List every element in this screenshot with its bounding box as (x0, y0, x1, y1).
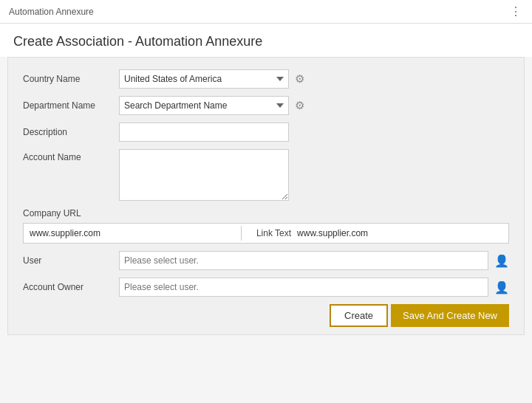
description-row: Description (23, 123, 509, 142)
user-select-icon[interactable]: 👤 (494, 254, 509, 268)
save-and-create-new-button[interactable]: Save And Create New (391, 304, 509, 327)
url-divider (241, 226, 242, 241)
country-name-row: Country Name United States of America ⚙ (23, 69, 509, 89)
country-name-wrap: United States of America ⚙ (119, 69, 509, 89)
account-name-textarea[interactable] (119, 149, 289, 201)
footer-actions: Create Save And Create New (23, 304, 509, 327)
department-name-select[interactable]: Search Department Name (119, 96, 289, 115)
page-header: Create Association - Automation Annexure (0, 24, 532, 57)
create-button[interactable]: Create (330, 304, 388, 327)
link-text-label: Link Text (256, 228, 291, 238)
department-name-row: Department Name Search Department Name ⚙ (23, 96, 509, 115)
form-container: Country Name United States of America ⚙ … (7, 57, 525, 335)
url-row: Link Text (23, 223, 509, 244)
user-input[interactable] (119, 251, 488, 270)
department-name-wrap: Search Department Name ⚙ (119, 96, 509, 115)
link-text-input[interactable] (297, 228, 502, 238)
account-owner-input[interactable] (119, 278, 488, 297)
user-label: User (23, 255, 119, 266)
top-bar-title: Automation Annexure (9, 7, 94, 17)
description-label: Description (23, 127, 119, 137)
company-url-section: Company URL (23, 208, 509, 218)
account-owner-wrap: 👤 (119, 278, 509, 297)
account-name-wrap (119, 149, 509, 201)
country-name-label: Country Name (23, 74, 119, 84)
company-url-input[interactable] (30, 228, 235, 238)
description-wrap (119, 123, 509, 142)
country-name-select[interactable]: United States of America (119, 69, 289, 89)
country-link-icon[interactable]: ⚙ (295, 72, 304, 86)
company-url-label: Company URL (23, 208, 509, 218)
account-owner-select-icon[interactable]: 👤 (494, 280, 509, 294)
account-name-label: Account Name (23, 149, 119, 162)
account-name-row: Account Name (23, 149, 509, 201)
top-bar-menu-icon[interactable]: ⋮ (510, 4, 523, 18)
account-owner-row: Account Owner 👤 (23, 278, 509, 297)
department-name-label: Department Name (23, 100, 119, 111)
department-link-icon[interactable]: ⚙ (295, 99, 304, 112)
page-title: Create Association - Automation Annexure (13, 34, 262, 49)
user-row: User 👤 (23, 251, 509, 270)
user-input-wrap: 👤 (119, 251, 509, 270)
top-bar: Automation Annexure ⋮ (0, 0, 532, 24)
account-owner-label: Account Owner (23, 282, 119, 292)
description-input[interactable] (119, 123, 289, 142)
